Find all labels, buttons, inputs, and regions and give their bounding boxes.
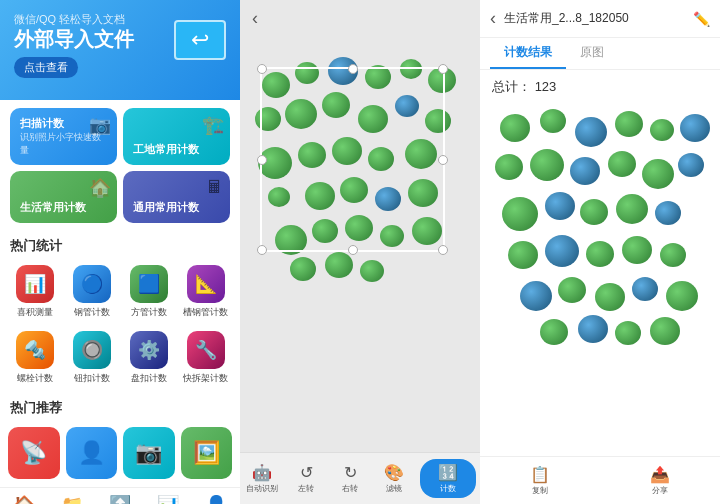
toolbar-filter[interactable]: 🎨 滤镜 <box>372 457 416 500</box>
blob <box>595 283 625 311</box>
handle-top-right[interactable] <box>438 64 448 74</box>
home-icon: 🏠 <box>13 494 35 504</box>
total-area: 总计： 123 <box>480 70 720 104</box>
middle-header: ‹ <box>240 0 480 37</box>
middle-toolbar: 🤖 自动识别 ↺ 左转 ↻ 右转 🎨 滤镜 🔢 计数 <box>240 452 480 504</box>
blob <box>655 201 681 225</box>
toolbar-auto[interactable]: 🤖 自动识别 <box>240 457 284 500</box>
blob <box>642 159 674 189</box>
grid-card-construction[interactable]: 🏗️ 工地常用计数 <box>123 108 230 165</box>
stat-label-7: 快拆架计数 <box>183 372 228 385</box>
share-button[interactable]: 📤 分享 <box>600 461 720 500</box>
nav-file[interactable]: 📁 文件 <box>48 488 96 504</box>
rec-items: 📡 👤 📷 🖼️ <box>8 423 232 483</box>
stat-item-3[interactable]: 📐 槽钢管计数 <box>179 261 232 323</box>
construction-icon: 🏗️ <box>202 114 224 136</box>
rec-item-1[interactable]: 👤 <box>66 427 118 479</box>
hot-stats-grid: 📊 喜积测量 🔵 钢管计数 🟦 方管计数 📐 槽钢管计数 🔩 螺栓计数 🔘 钮扣… <box>0 257 240 393</box>
tab-count-label: 计数结果 <box>504 45 552 59</box>
blob <box>290 257 316 281</box>
grid-card-scan[interactable]: 📷 扫描计数 识别照片小字快速数量 <box>10 108 117 165</box>
stat-label-2: 方管计数 <box>131 306 167 319</box>
banner-button[interactable]: 点击查看 <box>14 57 78 78</box>
blob <box>325 252 353 278</box>
grid-card-life[interactable]: 🏠 生活常用计数 <box>10 171 117 223</box>
blob <box>570 157 600 185</box>
toolbar-count-label: 计数 <box>440 483 456 494</box>
rec-item-3[interactable]: 🖼️ <box>181 427 233 479</box>
file-icon: 📁 <box>61 494 83 504</box>
middle-back-button[interactable]: ‹ <box>252 8 258 29</box>
total-count: 123 <box>535 79 557 94</box>
handle-mid-right[interactable] <box>438 155 448 165</box>
rotate-right-icon: ↻ <box>344 463 357 482</box>
copy-button[interactable]: 📋 复制 <box>480 461 600 500</box>
share-label: 分享 <box>652 485 668 496</box>
handle-bot-center[interactable] <box>348 245 358 255</box>
hot-recommend: 📡 👤 📷 🖼️ <box>0 419 240 487</box>
stat-item-4[interactable]: 🔩 螺栓计数 <box>8 327 61 389</box>
hot-recommend-title: 热门推荐 <box>0 393 240 419</box>
stats-icon: 📊 <box>157 494 179 504</box>
blob <box>502 197 538 231</box>
stat-item-0[interactable]: 📊 喜积测量 <box>8 261 61 323</box>
grid-card-general[interactable]: 🖩 通用常用计数 <box>123 171 230 223</box>
blob <box>540 109 566 133</box>
stat-item-1[interactable]: 🔵 钢管计数 <box>65 261 118 323</box>
blob <box>580 199 608 225</box>
toolbar-rotate-right-label: 右转 <box>342 483 358 494</box>
blob <box>615 111 643 137</box>
general-icon: 🖩 <box>206 177 224 198</box>
nav-upload[interactable]: ⬆️ 上传 <box>96 488 144 504</box>
nav-stats[interactable]: 📊 统计 <box>144 488 192 504</box>
banner-icon-area <box>170 10 230 70</box>
stat-item-5[interactable]: 🔘 钮扣计数 <box>65 327 118 389</box>
stat-icon-6: ⚙️ <box>130 331 168 369</box>
tab-count-result[interactable]: 计数结果 <box>490 38 566 69</box>
blob <box>608 151 636 177</box>
blob <box>678 153 704 177</box>
handle-bot-left[interactable] <box>257 245 267 255</box>
blob <box>545 192 575 220</box>
profile-icon: 👤 <box>205 494 227 504</box>
toolbar-filter-label: 滤镜 <box>386 483 402 494</box>
right-blobs <box>490 109 710 369</box>
blob <box>650 119 674 141</box>
right-panel: ‹ 生活常用_2...8_182050 ✏️ 计数结果 原图 总计： 123 <box>480 0 720 504</box>
stat-label-4: 螺栓计数 <box>17 372 53 385</box>
edit-button[interactable]: ✏️ <box>693 11 710 27</box>
right-back-button[interactable]: ‹ <box>490 8 496 29</box>
handle-bot-right[interactable] <box>438 245 448 255</box>
rec-item-2[interactable]: 📷 <box>123 427 175 479</box>
toolbar-rotate-left[interactable]: ↺ 左转 <box>284 457 328 500</box>
stat-label-6: 盘扣计数 <box>131 372 167 385</box>
grid-card-label-0: 扫描计数 <box>20 116 107 131</box>
tab-original[interactable]: 原图 <box>566 38 618 69</box>
handle-mid-left[interactable] <box>257 155 267 165</box>
blob <box>578 315 608 343</box>
blob <box>360 260 384 282</box>
middle-image-area <box>240 37 480 452</box>
copy-icon: 📋 <box>530 465 550 484</box>
blob <box>545 235 579 267</box>
stat-icon-0: 📊 <box>16 265 54 303</box>
grid-card-label-3: 通用常用计数 <box>133 200 220 215</box>
nav-profile[interactable]: 👤 我的 <box>192 488 240 504</box>
stat-item-7[interactable]: 🔧 快拆架计数 <box>179 327 232 389</box>
stat-item-2[interactable]: 🟦 方管计数 <box>122 261 175 323</box>
handle-top-center[interactable] <box>348 64 358 74</box>
blob <box>615 321 641 345</box>
stat-label-0: 喜积测量 <box>17 306 53 319</box>
toolbar-rotate-right[interactable]: ↻ 右转 <box>328 457 372 500</box>
handle-top-left[interactable] <box>257 64 267 74</box>
right-title: 生活常用_2...8_182050 <box>504 10 693 27</box>
filter-icon: 🎨 <box>384 463 404 482</box>
blob <box>660 243 686 267</box>
rec-item-0[interactable]: 📡 <box>8 427 60 479</box>
toolbar-count[interactable]: 🔢 计数 <box>420 459 476 498</box>
blob <box>616 194 648 224</box>
nav-home[interactable]: 🏠 首页 <box>0 488 48 504</box>
toolbar-auto-label: 自动识别 <box>246 483 278 494</box>
blob <box>520 281 552 311</box>
stat-item-6[interactable]: ⚙️ 盘扣计数 <box>122 327 175 389</box>
